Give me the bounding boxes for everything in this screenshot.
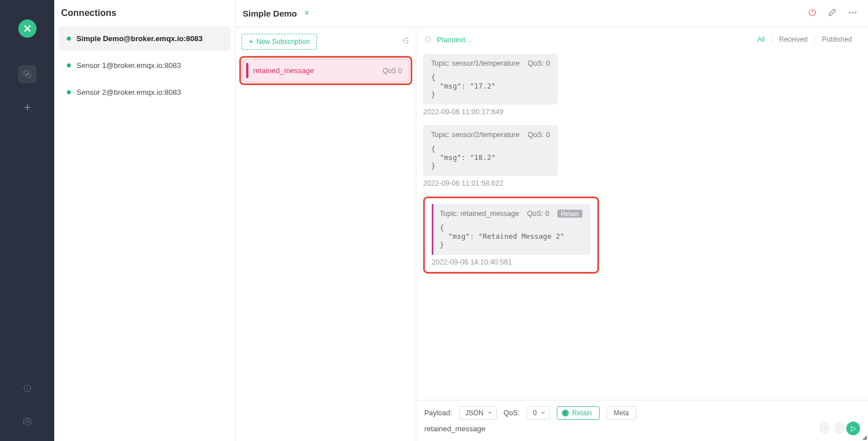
- payload-format-select[interactable]: JSON: [459, 406, 497, 420]
- message-card[interactable]: Topic: retained_messageQoS: 0Retain{ "ms…: [432, 204, 590, 255]
- highlight-frame: retained_message QoS 0: [239, 56, 412, 85]
- info-icon[interactable]: [18, 379, 37, 398]
- tab-received[interactable]: Received: [771, 35, 814, 43]
- subscription-qos: QoS 0: [383, 67, 402, 75]
- message-body: { "msg": "17.2" }: [431, 67, 550, 99]
- color-bar: [432, 204, 433, 255]
- edit-button[interactable]: [827, 7, 837, 19]
- svg-point-3: [26, 420, 29, 423]
- messages-panel: Plaintext ⌄ All Received Published Topic…: [416, 27, 868, 441]
- meta-button[interactable]: Meta: [606, 406, 637, 420]
- history-prev-button[interactable]: [819, 422, 830, 434]
- message-qos: QoS: 0: [527, 210, 549, 218]
- message-card[interactable]: Topic: sensor/2/temperatureQoS: 0{ "msg"…: [423, 125, 558, 176]
- connection-item-label: Sensor 1@broker.emqx.io:8083: [77, 61, 181, 70]
- message-topic: Topic: sensor/1/temperature: [431, 59, 520, 67]
- qos-select[interactable]: 0: [527, 406, 550, 420]
- check-icon: [562, 410, 569, 416]
- subscription-topic: retained_message: [253, 66, 314, 75]
- payload-label: Payload:: [424, 409, 452, 417]
- connection-item[interactable]: Sensor 1@broker.emqx.io:8083: [59, 53, 231, 78]
- publish-topic-input[interactable]: retained_message: [424, 423, 485, 434]
- svg-point-4: [849, 11, 850, 13]
- app-logo: [18, 19, 37, 38]
- settings-icon[interactable]: [18, 412, 37, 431]
- subscriptions-panel: + New Subscription retained_message QoS …: [236, 27, 416, 441]
- status-dot-icon: [67, 37, 71, 41]
- encoding-select[interactable]: Plaintext ⌄: [437, 35, 472, 44]
- connection-item-label: Sensor 2@broker.emqx.io:8083: [77, 88, 181, 97]
- message-qos: QoS: 0: [528, 59, 550, 67]
- message-timestamp: 2022-09-06 11:01:58:622: [423, 179, 861, 187]
- message-body: { "msg": "Retained Message 2" }: [440, 218, 582, 249]
- collapse-panel-icon[interactable]: [401, 36, 410, 47]
- tab-published[interactable]: Published: [814, 35, 859, 43]
- messages-scroll[interactable]: Topic: sensor/1/temperatureQoS: 0{ "msg"…: [416, 51, 868, 400]
- subscription-item[interactable]: retained_message QoS 0: [242, 59, 409, 82]
- chevron-double-down-icon[interactable]: [303, 9, 311, 19]
- chevron-down-icon: ⌄: [468, 37, 472, 43]
- connection-item[interactable]: Simple Demo@broker.emqx.io:8083: [59, 26, 231, 51]
- retain-toggle[interactable]: Retain: [557, 406, 600, 420]
- new-subscription-label: New Subscription: [256, 38, 310, 46]
- status-ring-icon: [425, 37, 431, 42]
- message-toolbar: Plaintext ⌄ All Received Published: [416, 27, 868, 51]
- status-dot-icon: [67, 63, 71, 67]
- retain-badge: Retain: [557, 210, 582, 218]
- svg-point-6: [855, 11, 856, 13]
- message-card[interactable]: Topic: sensor/1/temperatureQoS: 0{ "msg"…: [423, 54, 558, 105]
- highlight-frame: Topic: retained_messageQoS: 0Retain{ "ms…: [423, 197, 599, 274]
- nav-connections-icon[interactable]: [18, 65, 37, 83]
- svg-rect-1: [26, 74, 31, 78]
- connection-item-label: Simple Demo@broker.emqx.io:8083: [77, 34, 203, 43]
- nav-add-icon[interactable]: [18, 98, 37, 117]
- history-next-button[interactable]: [834, 422, 845, 434]
- connection-item[interactable]: Sensor 2@broker.emqx.io:8083: [59, 80, 231, 105]
- svg-rect-0: [24, 71, 29, 75]
- status-dot-icon: [67, 90, 71, 94]
- message-timestamp: 2022-09-06 14:10:40:581: [432, 258, 590, 266]
- plus-icon: +: [249, 38, 253, 46]
- message-timestamp: 2022-09-06 11:00:17:849: [423, 108, 861, 116]
- new-subscription-button[interactable]: + New Subscription: [242, 34, 317, 50]
- message-topic: Topic: sensor/2/temperature: [431, 131, 520, 139]
- message-body: { "msg": "18.2" }: [431, 139, 550, 170]
- qos-label: QoS:: [504, 409, 520, 417]
- main-area: Simple Demo + New Subscription: [236, 0, 868, 441]
- nav-rail: [0, 0, 54, 441]
- message-topic: Topic: retained_message: [440, 210, 519, 218]
- send-button[interactable]: [846, 422, 860, 435]
- svg-point-5: [852, 11, 853, 13]
- publish-area: Payload: JSON QoS: 0 Retain Meta retaine…: [416, 400, 868, 441]
- connection-title: Simple Demo: [243, 9, 297, 18]
- connections-panel: Connections Simple Demo@broker.emqx.io:8…: [54, 0, 236, 441]
- titlebar: Simple Demo: [236, 0, 868, 27]
- disconnect-button[interactable]: [807, 7, 817, 19]
- message-qos: QoS: 0: [528, 131, 550, 139]
- more-button[interactable]: [847, 7, 858, 20]
- color-bar: [246, 63, 248, 78]
- tab-all[interactable]: All: [750, 35, 771, 43]
- connections-title: Connections: [54, 0, 235, 24]
- resize-handle-icon[interactable]: [862, 435, 867, 440]
